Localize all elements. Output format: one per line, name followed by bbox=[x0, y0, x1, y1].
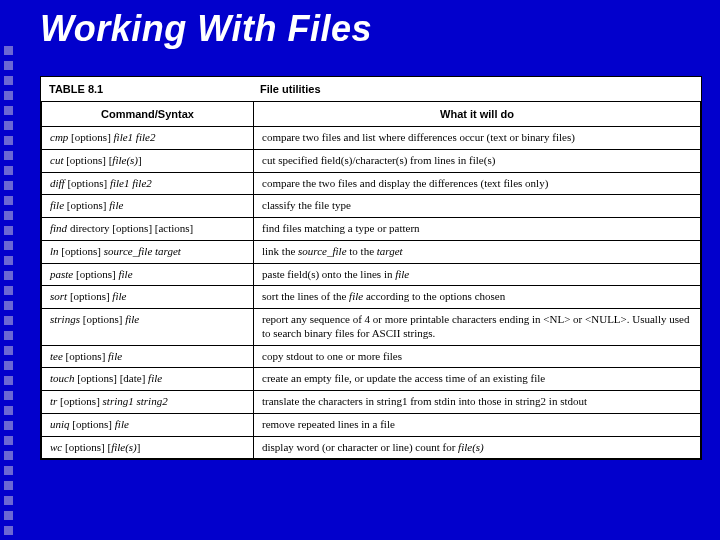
command-cell: paste [options] file bbox=[42, 263, 254, 286]
table-label: TABLE 8.1 bbox=[41, 77, 252, 101]
description-cell: link the source_file to the target bbox=[254, 240, 701, 263]
table-row: sort [options] filesort the lines of the… bbox=[42, 286, 701, 309]
command-cell: find directory [options] [actions] bbox=[42, 218, 254, 241]
table-row: cut [options] [file(s)]cut specified fie… bbox=[42, 149, 701, 172]
table-row: wc [options] [file(s)]display word (or c… bbox=[42, 436, 701, 459]
command-cell: cmp [options] file1 file2 bbox=[42, 127, 254, 150]
command-cell: tee [options] file bbox=[42, 345, 254, 368]
decorative-bullet-column bbox=[4, 0, 20, 540]
description-cell: copy stdout to one or more files bbox=[254, 345, 701, 368]
command-cell: cut [options] [file(s)] bbox=[42, 149, 254, 172]
slide: Working With Files TABLE 8.1 File utilit… bbox=[0, 0, 720, 540]
table-row: tr [options] string1 string2translate th… bbox=[42, 391, 701, 414]
command-cell: wc [options] [file(s)] bbox=[42, 436, 254, 459]
table-row: diff [options] file1 file2compare the tw… bbox=[42, 172, 701, 195]
description-cell: cut specified field(s)/character(s) from… bbox=[254, 149, 701, 172]
command-cell: diff [options] file1 file2 bbox=[42, 172, 254, 195]
table-row: paste [options] filepaste field(s) onto … bbox=[42, 263, 701, 286]
command-cell: touch [options] [date] file bbox=[42, 368, 254, 391]
file-utilities-table: Command/Syntax What it will do cmp [opti… bbox=[41, 102, 701, 459]
description-cell: translate the characters in string1 from… bbox=[254, 391, 701, 414]
command-cell: uniq [options] file bbox=[42, 413, 254, 436]
command-cell: ln [options] source_file target bbox=[42, 240, 254, 263]
command-cell: strings [options] file bbox=[42, 309, 254, 346]
table-container: TABLE 8.1 File utilities Command/Syntax … bbox=[40, 76, 702, 460]
description-cell: compare two files and list where differe… bbox=[254, 127, 701, 150]
table-caption: TABLE 8.1 File utilities bbox=[41, 77, 701, 102]
table-row: find directory [options] [actions]find f… bbox=[42, 218, 701, 241]
description-cell: compare the two files and display the di… bbox=[254, 172, 701, 195]
col-header-command: Command/Syntax bbox=[42, 102, 254, 127]
description-cell: sort the lines of the file according to … bbox=[254, 286, 701, 309]
table-row: cmp [options] file1 file2compare two fil… bbox=[42, 127, 701, 150]
description-cell: paste field(s) onto the lines in file bbox=[254, 263, 701, 286]
description-cell: remove repeated lines in a file bbox=[254, 413, 701, 436]
description-cell: report any sequence of 4 or more printab… bbox=[254, 309, 701, 346]
description-cell: display word (or character or line) coun… bbox=[254, 436, 701, 459]
table-header-row: Command/Syntax What it will do bbox=[42, 102, 701, 127]
description-cell: find files matching a type or pattern bbox=[254, 218, 701, 241]
table-row: uniq [options] fileremove repeated lines… bbox=[42, 413, 701, 436]
table-row: ln [options] source_file targetlink the … bbox=[42, 240, 701, 263]
description-cell: create an empty file, or update the acce… bbox=[254, 368, 701, 391]
col-header-description: What it will do bbox=[254, 102, 701, 127]
table-caption-title: File utilities bbox=[252, 77, 329, 101]
command-cell: sort [options] file bbox=[42, 286, 254, 309]
table-body: cmp [options] file1 file2compare two fil… bbox=[42, 127, 701, 459]
command-cell: tr [options] string1 string2 bbox=[42, 391, 254, 414]
table-row: strings [options] filereport any sequenc… bbox=[42, 309, 701, 346]
command-cell: file [options] file bbox=[42, 195, 254, 218]
table-row: file [options] fileclassify the file typ… bbox=[42, 195, 701, 218]
table-row: touch [options] [date] filecreate an emp… bbox=[42, 368, 701, 391]
description-cell: classify the file type bbox=[254, 195, 701, 218]
slide-title: Working With Files bbox=[40, 8, 372, 50]
table-row: tee [options] filecopy stdout to one or … bbox=[42, 345, 701, 368]
